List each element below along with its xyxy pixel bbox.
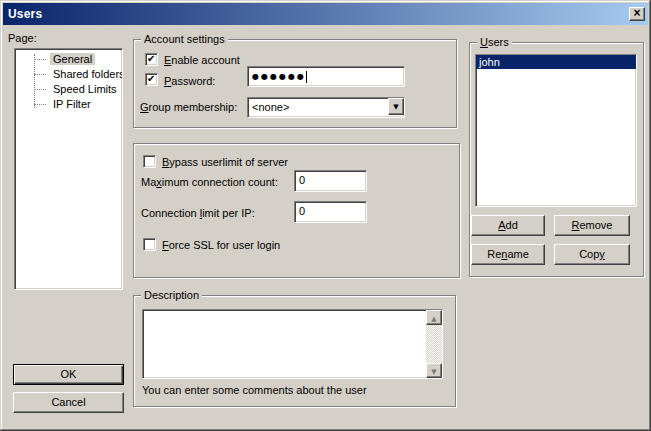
arrow-down-icon: ▼ — [431, 368, 436, 376]
account-settings-group-title: Account settings — [141, 33, 228, 45]
arrow-up-icon: ▲ — [431, 315, 436, 323]
chevron-down-icon: ▼ — [393, 103, 398, 111]
connection-per-ip-label: Connection limit per IP: — [141, 207, 255, 219]
description-scrollbar[interactable]: ▲ ▼ — [426, 310, 442, 378]
password-masked-value: ●●●●●● — [252, 72, 306, 81]
password-input[interactable]: ●●●●●● — [247, 66, 405, 87]
description-hint: You can enter some comments about the us… — [142, 384, 367, 396]
connection-per-ip-value: 0 — [299, 205, 305, 217]
max-connection-label: Maximum connection count: — [141, 176, 278, 188]
titlebar: Users × — [3, 3, 648, 25]
description-group-title: Description — [141, 289, 202, 301]
tree-item-speed-limits[interactable]: Speed Limits — [15, 82, 122, 97]
users-group-title: Users — [477, 36, 512, 48]
ok-button[interactable]: OK — [13, 364, 124, 385]
close-icon: × — [633, 6, 640, 20]
group-membership-select[interactable]: <none> ▼ — [247, 97, 405, 118]
bypass-userlimit-label: Bypass userlimit of server — [162, 156, 288, 168]
dropdown-button[interactable]: ▼ — [388, 98, 404, 115]
checkmark-icon: ✔ — [147, 53, 155, 65]
bypass-userlimit-checkbox[interactable] — [143, 155, 156, 168]
password-label: Password: — [164, 75, 215, 87]
description-textarea[interactable]: ▲ ▼ — [142, 309, 443, 379]
scroll-down-button[interactable]: ▼ — [426, 363, 442, 378]
group-membership-value: <none> — [248, 98, 404, 116]
remove-button[interactable]: Remove — [554, 215, 630, 236]
enable-account-checkbox[interactable]: ✔ — [145, 53, 158, 66]
checkmark-icon: ✔ — [147, 73, 155, 85]
force-ssl-label: Force SSL for user login — [162, 239, 280, 251]
rename-button[interactable]: Rename — [471, 244, 545, 265]
users-dialog: Users × Page: General Shared folders Spe… — [0, 0, 651, 431]
group-membership-label: Group membership: — [140, 101, 237, 113]
enable-account-label: Enable account — [164, 54, 240, 66]
force-ssl-checkbox[interactable] — [143, 238, 156, 251]
add-button[interactable]: Add — [471, 215, 545, 236]
scroll-up-button[interactable]: ▲ — [426, 310, 442, 325]
page-label: Page: — [8, 32, 37, 44]
users-listbox[interactable]: john — [475, 54, 637, 207]
tree-item-ip-filter[interactable]: IP Filter — [15, 97, 122, 112]
max-connection-value: 0 — [299, 174, 305, 186]
copy-button[interactable]: Copy — [554, 244, 630, 265]
tree-item-general[interactable]: General — [15, 52, 122, 67]
max-connection-input[interactable]: 0 — [294, 170, 367, 192]
list-item-john[interactable]: john — [476, 55, 636, 69]
page-tree[interactable]: General Shared folders Speed Limits IP F… — [14, 48, 123, 290]
connection-per-ip-input[interactable]: 0 — [294, 201, 367, 223]
cancel-button[interactable]: Cancel — [13, 392, 124, 413]
tree-item-shared-folders[interactable]: Shared folders — [15, 67, 122, 82]
password-checkbox[interactable]: ✔ — [145, 73, 158, 86]
text-caret — [306, 71, 307, 83]
window-title: Users — [3, 7, 42, 21]
close-button[interactable]: × — [629, 7, 645, 21]
